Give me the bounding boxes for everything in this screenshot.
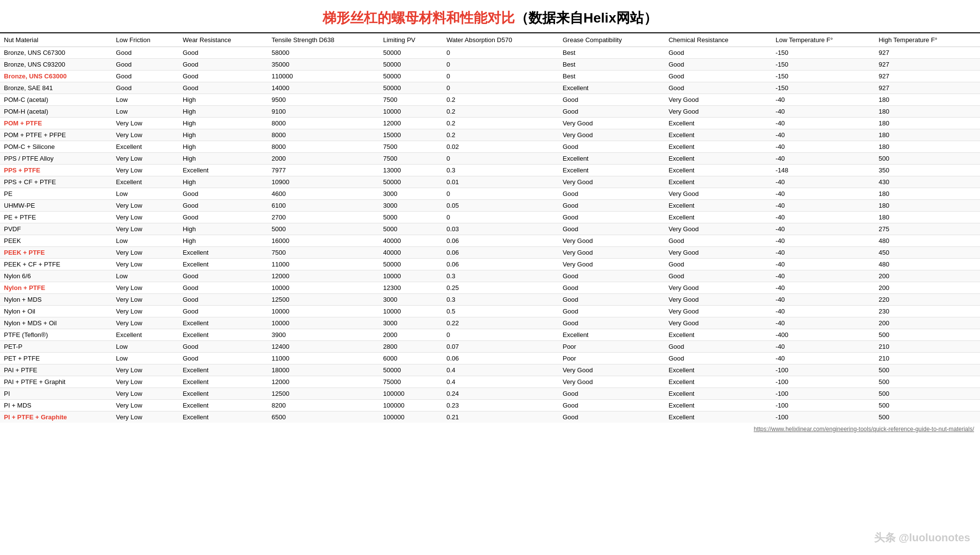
col-high-temp: High Temperature F° (875, 33, 980, 47)
table-row: Nylon + PTFEVery LowGood10000123000.25Go… (0, 282, 980, 294)
col-chemical-resistance: Chemical Resistance (665, 33, 772, 47)
table-row: PEEK + CF + PTFEVery LowExcellent1100050… (0, 259, 980, 270)
table-row: POM-H (acetal)LowHigh9100100000.2GoodVer… (0, 106, 980, 118)
table-row: PI + MDSVery LowExcellent82001000000.23G… (0, 400, 980, 411)
table-row: PIVery LowExcellent125001000000.24GoodEx… (0, 388, 980, 400)
col-wear-resistance: Wear Resistance (179, 33, 268, 47)
table-row: PPS / PTFE AlloyVery LowHigh200075000Exc… (0, 153, 980, 165)
table-row: Bronze, UNS C63000GoodGood110000500000Be… (0, 71, 980, 82)
col-nut-material: Nut Material (0, 33, 112, 47)
table-row: PTFE (Teflon®)ExcellentExcellent39002000… (0, 329, 980, 341)
table-row: PET-PLowGood1240028000.07PoorGood-40210 (0, 341, 980, 353)
table-row: PE + PTFEVery LowGood270050000GoodExcell… (0, 212, 980, 223)
col-limiting-pv: Limiting PV (379, 33, 443, 47)
table-row: PAI + PTFEVery LowExcellent18000500000.4… (0, 364, 980, 376)
footer-url: https://www.helixlinear.com/engineering-… (0, 423, 980, 435)
table-row: PI + PTFE + GraphiteVery LowExcellent650… (0, 411, 980, 423)
col-low-temp: Low Temperature F° (772, 33, 875, 47)
table-row: Bronze, SAE 841GoodGood14000500000Excell… (0, 82, 980, 94)
table-row: Nylon + OilVery LowGood10000100000.5Good… (0, 306, 980, 317)
table-row: POM-C (acetal)LowHigh950075000.2GoodVery… (0, 94, 980, 106)
table-row: PAI + PTFE + GraphitVery LowExcellent120… (0, 376, 980, 388)
page-title: 梯形丝杠的螺母材料和性能对比（数据来自Helix网站） (0, 0, 980, 32)
col-grease-compatibility: Grease Compatibility (559, 33, 665, 47)
col-low-friction: Low Friction (112, 33, 179, 47)
table-header: Nut Material Low Friction Wear Resistanc… (0, 33, 980, 47)
table-row: Nylon 6/6LowGood12000100000.3GoodGood-40… (0, 270, 980, 282)
table-row: PPS + CF + PTFEExcellentHigh10900500000.… (0, 176, 980, 188)
watermark: 头条 @luoluonotes (874, 531, 970, 545)
table-row: PEEKLowHigh16000400000.06Very GoodGood-4… (0, 235, 980, 247)
table-row: POM + PTFEVery LowHigh8000120000.2Very G… (0, 118, 980, 129)
table-row: PET + PTFELowGood1100060000.06PoorGood-4… (0, 353, 980, 364)
col-water-absorption: Water Absorption D570 (443, 33, 559, 47)
table-row: Bronze, UNS C67300GoodGood58000500000Bes… (0, 47, 980, 59)
table-row: POM + PTFE + PFPEVery LowHigh8000150000.… (0, 129, 980, 141)
table-row: Bronze, UNS C93200GoodGood35000500000Bes… (0, 59, 980, 71)
table-row: POM-C + SiliconeExcellentHigh800075000.0… (0, 141, 980, 153)
table-row: PELowGood460030000GoodVery Good-40180 (0, 188, 980, 200)
table-row: PPS + PTFEVery LowExcellent7977130000.3E… (0, 165, 980, 176)
table-row: PVDFVery LowHigh500050000.03GoodVery Goo… (0, 223, 980, 235)
table-row: UHMW-PEVery LowGood610030000.05GoodExcel… (0, 200, 980, 212)
table-row: PEEK + PTFEVery LowExcellent7500400000.0… (0, 247, 980, 259)
table-row: Nylon + MDSVery LowGood1250030000.3GoodV… (0, 294, 980, 306)
col-tensile-strength: Tensile Strength D638 (268, 33, 379, 47)
table-row: Nylon + MDS + OilVery LowExcellent100003… (0, 317, 980, 329)
comparison-table: Nut Material Low Friction Wear Resistanc… (0, 32, 980, 423)
